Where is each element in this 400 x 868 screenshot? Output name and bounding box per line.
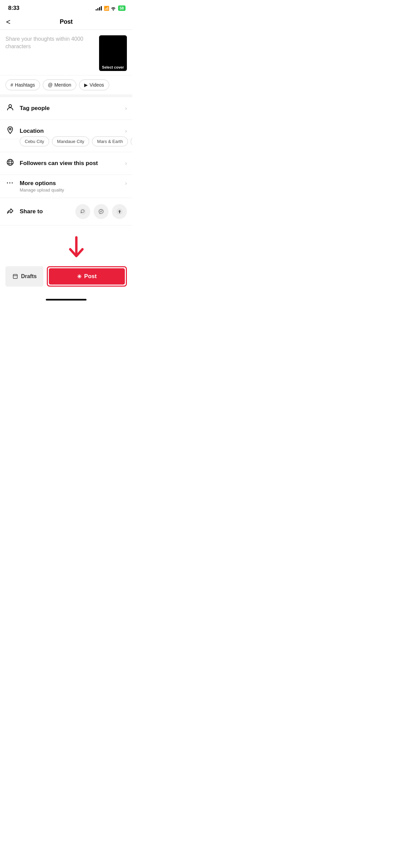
share-to-label: Share to: [20, 208, 75, 215]
whatsapp-button[interactable]: [75, 204, 90, 219]
cover-thumbnail[interactable]: Select cover: [99, 35, 127, 71]
chevron-right-icon: ›: [125, 128, 127, 134]
hashtags-label: Hashtags: [15, 82, 35, 88]
chip-cebu-city[interactable]: Cebu City: [20, 137, 49, 146]
back-button[interactable]: <: [6, 18, 11, 26]
cover-label: Select cover: [99, 64, 127, 71]
tag-pills-bar: # Hashtags @ Mention ▶ Videos: [0, 75, 132, 97]
globe-icon: [5, 158, 15, 168]
post-label: Post: [84, 273, 97, 280]
more-dots-icon: ···: [5, 180, 15, 187]
header: < Post: [0, 14, 132, 30]
more-options-sub: Manage upload quality: [20, 187, 64, 193]
mention-icon: @: [48, 82, 53, 88]
page-title: Post: [60, 18, 73, 25]
svg-point-1: [9, 128, 11, 130]
followers-label: Followers can view this post: [20, 160, 125, 167]
post-button-wrapper: ✳ Post: [47, 266, 127, 287]
wifi-icon: 📶: [104, 6, 116, 11]
hashtag-icon: #: [11, 82, 13, 88]
chevron-right-icon: ›: [125, 180, 127, 186]
caption-placeholder: Share your thoughts within 4000 characte…: [5, 36, 83, 49]
status-icons: 📶 58: [96, 5, 126, 11]
caption-input[interactable]: Share your thoughts within 4000 characte…: [5, 35, 95, 51]
more-options-row[interactable]: ··· More options › Manage upload quality: [0, 175, 132, 198]
caption-section: Share your thoughts within 4000 characte…: [0, 30, 132, 75]
chip-waterfront[interactable]: Waterfront Ceb: [131, 137, 132, 146]
menu-section: Tag people › Location › Cebu City Mandau…: [0, 97, 132, 225]
share-apps: [75, 204, 127, 219]
chip-mars-earth[interactable]: Mars & Earth: [92, 137, 128, 146]
signal-icon: [96, 6, 102, 11]
drafts-button[interactable]: Drafts: [5, 266, 43, 287]
more-options-top: ··· More options ›: [5, 180, 127, 187]
messenger-button[interactable]: [94, 204, 109, 219]
location-label: Location: [20, 128, 125, 134]
drafts-label: Drafts: [21, 273, 37, 279]
more-options-label: More options: [20, 180, 125, 187]
play-icon: ▶: [84, 82, 88, 88]
mention-label: Mention: [54, 82, 71, 88]
status-time: 8:33: [8, 5, 19, 12]
drafts-icon: [12, 273, 18, 279]
svg-point-0: [9, 105, 12, 107]
location-chips: Cebu City Mandaue City Mars & Earth Wate…: [0, 137, 132, 152]
chevron-right-icon: ›: [125, 160, 127, 166]
share-icon: [5, 207, 15, 216]
share-to-row: Share to: [0, 198, 132, 225]
person-icon: [5, 103, 15, 113]
bottom-bar: Drafts ✳ Post: [0, 263, 132, 296]
followers-row[interactable]: Followers can view this post ›: [0, 152, 132, 175]
location-icon: [5, 126, 15, 136]
arrow-annotation: [0, 225, 132, 263]
svg-point-3: [9, 159, 12, 165]
chip-mandaue-city[interactable]: Mandaue City: [52, 137, 89, 146]
videos-label: Videos: [90, 82, 104, 88]
post-icon: ✳: [77, 273, 81, 280]
hashtags-pill[interactable]: # Hashtags: [5, 79, 40, 90]
svg-point-6: [80, 209, 86, 215]
svg-point-2: [7, 159, 13, 165]
home-bar: [46, 299, 87, 301]
mention-pill[interactable]: @ Mention: [43, 79, 76, 90]
home-indicator: [0, 296, 132, 303]
status-bar: 8:33 📶 58: [0, 0, 132, 14]
chevron-right-icon: ›: [125, 105, 127, 111]
post-button[interactable]: ✳ Post: [49, 268, 125, 285]
svg-rect-9: [13, 274, 17, 278]
battery-icon: 58: [118, 5, 126, 11]
facebook-button[interactable]: [112, 204, 127, 219]
videos-pill[interactable]: ▶ Videos: [79, 79, 109, 90]
tag-people-row[interactable]: Tag people ›: [0, 97, 132, 120]
down-arrow-icon: [66, 236, 87, 259]
tag-people-label: Tag people: [20, 105, 125, 112]
